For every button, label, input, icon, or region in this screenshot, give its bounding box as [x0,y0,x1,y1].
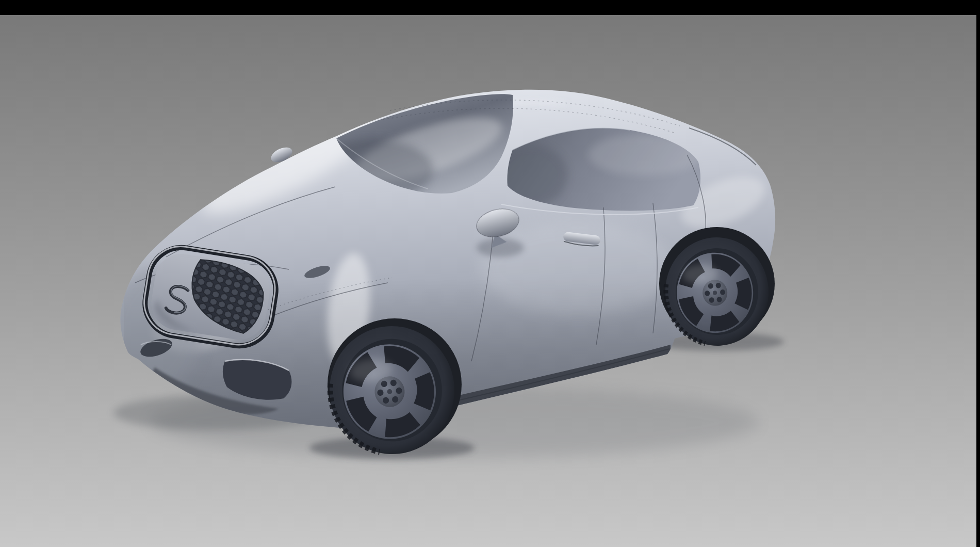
letterbox-top [0,0,980,15]
screenshot-root: { "window": { "top_letterbox": { "color"… [0,0,980,547]
car-model[interactable] [0,0,980,547]
right-edge-bar [976,0,980,547]
